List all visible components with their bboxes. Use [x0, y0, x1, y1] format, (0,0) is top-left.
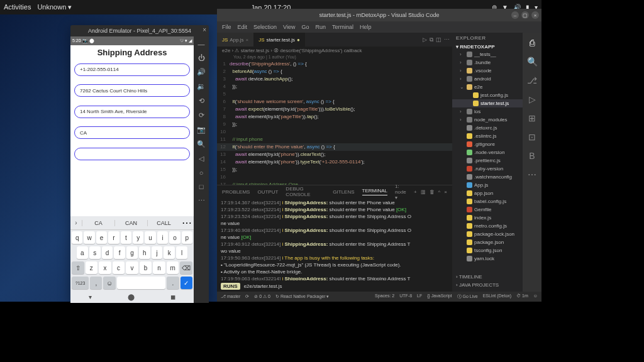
- nav-recent-icon[interactable]: ◼: [170, 293, 175, 300]
- menu-go[interactable]: Go: [301, 24, 309, 30]
- key-p[interactable]: p: [182, 231, 192, 244]
- key-⌫[interactable]: ⌫: [180, 261, 192, 274]
- file-.ruby-version[interactable]: .ruby-version: [452, 165, 523, 173]
- activity-4[interactable]: ⊞: [528, 113, 536, 123]
- menu-run[interactable]: Run: [315, 24, 326, 30]
- compare-icon[interactable]: ⧉: [430, 36, 433, 43]
- key-z[interactable]: z: [86, 261, 98, 274]
- shipping-addr-one-field[interactable]: [74, 84, 190, 97]
- nav-home-icon[interactable]: ⬤: [128, 293, 135, 300]
- key-o[interactable]: o: [169, 231, 180, 244]
- phone-field[interactable]: [74, 63, 190, 76]
- key-b[interactable]: b: [140, 261, 152, 274]
- close-icon[interactable]: ×: [203, 26, 206, 33]
- file-yarn.lock[interactable]: yarn.lock: [452, 255, 523, 263]
- split-terminal-icon[interactable]: ▥: [421, 189, 426, 195]
- status-item[interactable]: {} JavaScript: [427, 293, 452, 300]
- file-.bundle[interactable]: ›.bundle: [452, 58, 523, 67]
- menu-view[interactable]: View: [283, 24, 295, 30]
- suggestion-more[interactable]: ⋯: [180, 217, 194, 229]
- key-r[interactable]: r: [108, 231, 119, 244]
- file-__tests__[interactable]: ›__tests__: [452, 50, 523, 58]
- activity-7[interactable]: ⋯: [528, 170, 536, 180]
- key-n[interactable]: n: [153, 261, 165, 274]
- file-babel.config.js[interactable]: babel.config.js: [452, 197, 523, 206]
- menu-help[interactable]: Help: [360, 24, 372, 30]
- key-x[interactable]: x: [99, 261, 111, 274]
- status-item[interactable]: ⊘ 0 ⚠ 0: [254, 294, 270, 299]
- maximize-button[interactable]: ▢: [521, 11, 529, 19]
- key-f[interactable]: f: [114, 246, 125, 259]
- new-terminal-icon[interactable]: +: [414, 189, 417, 195]
- key-⇧[interactable]: ⇧: [72, 261, 84, 274]
- file-.node-version[interactable]: .node-version: [452, 148, 523, 156]
- panel-tab-gitlens[interactable]: GITLENS: [333, 189, 354, 195]
- key-q[interactable]: q: [72, 231, 82, 244]
- suggestion-3[interactable]: CALL: [147, 220, 180, 226]
- key-✓[interactable]: ✓: [180, 277, 192, 289]
- run-icon[interactable]: ▷: [423, 36, 427, 43]
- section-timeline[interactable]: › TIMELINE: [456, 273, 519, 281]
- activity-2[interactable]: ⎇: [527, 75, 537, 85]
- key-s[interactable]: s: [89, 246, 101, 259]
- suggestion-1[interactable]: CA: [82, 220, 114, 226]
- menu-selection[interactable]: Selection: [253, 24, 277, 30]
- activity-0[interactable]: ⎙: [530, 38, 535, 48]
- file-App.js[interactable]: App.js: [452, 181, 523, 189]
- split-icon[interactable]: ◫: [436, 36, 441, 43]
- breadcrumb[interactable]: e2e › ⚠ starter.test.js › ⦿ describe('Sh…: [217, 47, 452, 55]
- key-m[interactable]: m: [167, 261, 179, 274]
- panel-tab-problems[interactable]: PROBLEMS: [222, 189, 250, 195]
- volume-down-icon[interactable]: 🔉: [197, 82, 206, 90]
- menu-terminal[interactable]: Terminal: [332, 24, 353, 30]
- shipping-addr-two-field[interactable]: [74, 106, 190, 118]
- panel-tab-output[interactable]: OUTPUT: [257, 189, 278, 195]
- key-h[interactable]: h: [139, 246, 150, 259]
- key-e[interactable]: e: [96, 231, 107, 244]
- minimize-button[interactable]: –: [511, 11, 519, 19]
- file-metro.config.js[interactable]: metro.config.js: [452, 222, 523, 230]
- file-index.js[interactable]: index.js: [452, 214, 523, 222]
- nav-back-icon[interactable]: ▾: [89, 293, 92, 300]
- file-starter.test.js[interactable]: starter.test.js: [452, 99, 523, 107]
- zoom-icon[interactable]: 🔍: [197, 140, 206, 148]
- city-field[interactable]: [74, 126, 190, 139]
- key-l[interactable]: l: [176, 246, 187, 259]
- terminal-output[interactable]: 17:19:14.367 detox[32214] i ShippingAddr…: [217, 198, 452, 280]
- activity-3[interactable]: ▷: [529, 94, 536, 104]
- file-app.json[interactable]: app.json: [452, 189, 523, 197]
- more-icon[interactable]: ⋯: [198, 197, 205, 205]
- activity-6[interactable]: B: [529, 151, 535, 161]
- file-Gemfile[interactable]: Gemfile: [452, 206, 523, 214]
- key-c[interactable]: c: [113, 261, 125, 274]
- codelens[interactable]: You, 2 days ago | 1 author (You): [217, 55, 452, 60]
- status-item[interactable]: UTF-8: [399, 293, 412, 300]
- rotate-right-icon[interactable]: ⟳: [199, 111, 204, 119]
- camera-icon[interactable]: 📷: [197, 126, 206, 134]
- activity-1[interactable]: 🔍: [527, 57, 538, 67]
- file-tsconfig.json[interactable]: tsconfig.json: [452, 246, 523, 255]
- activities-button[interactable]: Activities: [4, 3, 31, 11]
- minimize-icon[interactable]: —: [198, 40, 205, 48]
- key-t[interactable]: t: [121, 231, 131, 244]
- file-e2e[interactable]: ⌄e2e: [452, 83, 523, 91]
- file-.gitignore[interactable]: .gitignore: [452, 140, 523, 148]
- file-package-lock.json[interactable]: package-lock.json: [452, 230, 523, 238]
- suggestion-expand[interactable]: ›: [70, 219, 82, 226]
- file-ios[interactable]: ›ios: [452, 107, 523, 116]
- key-i[interactable]: i: [157, 231, 168, 244]
- volume-up-icon[interactable]: 🔊: [197, 68, 206, 76]
- key-w[interactable]: w: [84, 231, 94, 244]
- key-?123[interactable]: ?123: [72, 277, 89, 289]
- panel-tab-terminal[interactable]: TERMINAL: [362, 188, 387, 195]
- key-☺[interactable]: ☺: [103, 277, 115, 289]
- file-.watchmanconfig[interactable]: .watchmanconfig: [452, 173, 523, 181]
- section-java projects[interactable]: › JAVA PROJECTS: [456, 281, 519, 289]
- status-item[interactable]: LF: [417, 293, 422, 300]
- power-icon[interactable]: ⏻: [198, 54, 205, 62]
- status-item[interactable]: ⟳: [245, 294, 249, 299]
- key-d[interactable]: d: [102, 246, 113, 259]
- tab-starter.test.js[interactable]: JS starter.test.js ●: [253, 33, 305, 47]
- key-,[interactable]: ,: [90, 277, 102, 289]
- panel-tab-debug console[interactable]: DEBUG CONSOLE: [286, 186, 325, 197]
